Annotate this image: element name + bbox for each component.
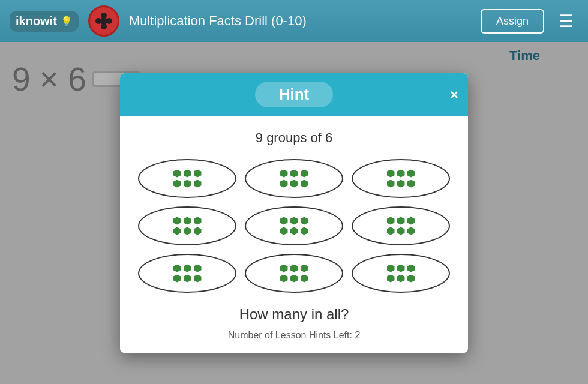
dot <box>194 227 202 235</box>
dot <box>387 170 395 178</box>
dot <box>173 170 181 178</box>
dot <box>290 217 298 225</box>
modal-overlay: Hint × 9 groups of 6 <box>0 42 588 384</box>
lightbulb-icon: 💡 <box>61 16 73 27</box>
dot <box>173 180 181 188</box>
dot <box>194 275 202 283</box>
oval-7 <box>138 254 236 293</box>
dot <box>397 227 405 235</box>
dot <box>301 170 308 178</box>
dot <box>280 217 288 225</box>
dot <box>184 180 191 188</box>
dot <box>387 227 395 235</box>
dot <box>194 217 202 225</box>
lesson-title: Multiplication Facts Drill (0-10) <box>129 13 471 29</box>
dot <box>397 275 405 283</box>
dot <box>301 265 308 272</box>
oval-9 <box>352 254 450 293</box>
dot <box>407 170 415 178</box>
dot <box>397 180 405 188</box>
dot <box>301 227 308 235</box>
dot <box>194 265 202 272</box>
oval-8 <box>245 254 343 293</box>
dot <box>173 227 181 235</box>
hint-modal: Hint × 9 groups of 6 <box>120 73 468 353</box>
header: iknowit 💡 Multiplication Facts Drill (0-… <box>0 0 588 42</box>
dot <box>173 265 181 272</box>
oval-1 <box>138 159 236 198</box>
dot <box>290 170 298 178</box>
dot <box>290 265 298 272</box>
dot <box>397 170 405 178</box>
logo: iknowit 💡 <box>10 11 79 32</box>
dot <box>173 275 181 283</box>
modal-header: Hint × <box>120 73 468 116</box>
dot <box>397 217 405 225</box>
dot <box>301 217 308 225</box>
dot <box>387 265 395 272</box>
dot <box>407 217 415 225</box>
dot <box>194 170 202 178</box>
dot <box>290 275 298 283</box>
hints-remaining: Number of Lesson Hints Left: 2 <box>138 330 450 341</box>
assign-button[interactable]: Assign <box>481 9 544 34</box>
modal-title-wrapper: Hint <box>255 82 334 107</box>
dot <box>407 227 415 235</box>
dot <box>387 180 395 188</box>
content-area: 9 × 6 Time Hint × 9 groups of 6 <box>0 42 588 384</box>
oval-5 <box>245 206 343 245</box>
oval-4 <box>138 206 236 245</box>
logo-text: iknowit <box>16 14 57 28</box>
oval-3 <box>352 159 450 198</box>
oval-2 <box>245 159 343 198</box>
dot <box>280 275 288 283</box>
dot <box>184 170 191 178</box>
dot <box>290 227 298 235</box>
hint-description: 9 groups of 6 <box>138 130 450 146</box>
dot <box>173 217 181 225</box>
dot <box>280 180 288 188</box>
hint-question: How many in all? <box>138 306 450 323</box>
dot <box>407 265 415 272</box>
dot <box>280 227 288 235</box>
hamburger-button[interactable]: ☰ <box>554 9 578 34</box>
dot <box>184 217 191 225</box>
modal-body: 9 groups of 6 <box>120 116 468 353</box>
dot <box>280 265 288 272</box>
dot <box>184 227 191 235</box>
ovals-grid <box>138 159 450 293</box>
dot <box>184 275 191 283</box>
dot <box>301 180 308 188</box>
oval-6 <box>352 206 450 245</box>
film-reel-icon <box>88 5 119 37</box>
dot <box>397 265 405 272</box>
dot <box>194 180 202 188</box>
dot <box>387 217 395 225</box>
dot <box>301 275 308 283</box>
modal-title: Hint <box>279 85 310 103</box>
dot <box>280 170 288 178</box>
dot <box>407 180 415 188</box>
dot <box>184 265 191 272</box>
dot <box>387 275 395 283</box>
dot <box>290 180 298 188</box>
modal-close-button[interactable]: × <box>450 86 458 103</box>
dot <box>407 275 415 283</box>
